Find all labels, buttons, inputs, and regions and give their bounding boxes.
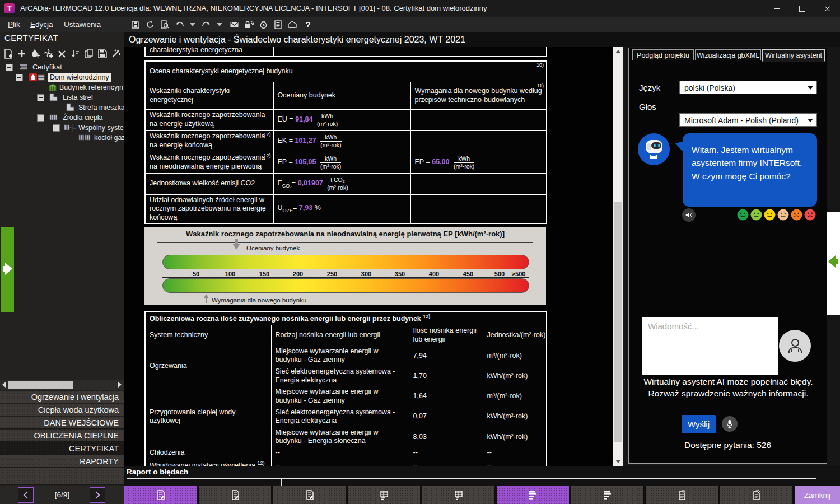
- expand-icon[interactable]: [16, 74, 23, 81]
- redo-icon[interactable]: [200, 19, 212, 30]
- document-report-button-1[interactable]: [646, 486, 719, 504]
- scroll-up-icon[interactable]: [613, 47, 623, 56]
- emoji-unsure-button[interactable]: [777, 209, 789, 221]
- table-report-button-1[interactable]: [348, 486, 421, 504]
- chart-report-button-1[interactable]: [497, 486, 570, 504]
- scrollbar-thumb[interactable]: [8, 381, 73, 389]
- cell-carrier: Miejscowe wytwarzanie energii w budynku …: [271, 346, 409, 366]
- undo-history-icon[interactable]: [187, 19, 198, 30]
- expand-icon[interactable]: [6, 64, 13, 71]
- undo-icon[interactable]: [174, 19, 185, 30]
- tab-wirtualny-asystent[interactable]: Wirtualny asystent: [762, 49, 825, 62]
- report-notes-icon[interactable]: [272, 19, 283, 30]
- cell-carrier: --: [271, 459, 409, 466]
- print-preview-icon[interactable]: [159, 19, 170, 30]
- nav-ciepla-woda[interactable]: Ciepła woda użytkowa: [0, 404, 124, 416]
- language-select[interactable]: polski (Polska): [679, 81, 817, 94]
- emoji-neutral-button[interactable]: [764, 209, 776, 221]
- save-icon[interactable]: [130, 19, 141, 30]
- chevron-down-icon: [808, 86, 813, 90]
- tree-item-wspolny-system[interactable]: Wspólny syste: [0, 123, 124, 133]
- emoji-happy-button[interactable]: [750, 209, 762, 221]
- cell-label: charakterystyka energetyczna: [145, 47, 273, 57]
- scrollbar-thumb[interactable]: [614, 202, 622, 442]
- emoji-angry-button[interactable]: [804, 209, 816, 221]
- divider: [157, 242, 533, 243]
- emoji-unhappy-button[interactable]: [791, 209, 802, 221]
- minimize-icon: [774, 8, 780, 9]
- timer-icon[interactable]: [258, 19, 269, 30]
- home-icon[interactable]: [287, 19, 298, 30]
- document-vertical-scrollbar[interactable]: [613, 47, 623, 466]
- voice-select[interactable]: Microsoft Adam - Polish (Poland): [679, 113, 817, 127]
- help-icon[interactable]: ?: [302, 19, 314, 30]
- chart-report-button-2[interactable]: [571, 486, 645, 504]
- scroll-left-icon[interactable]: [1, 381, 7, 389]
- new-certificate-icon[interactable]: [2, 47, 14, 60]
- next-page-button[interactable]: [90, 487, 105, 503]
- chevron-down-icon: [808, 119, 813, 122]
- tree-item-dom-wielorodzinny[interactable]: Dom wielorodzinny: [0, 72, 124, 82]
- add-element-icon[interactable]: [16, 47, 27, 60]
- expand-right-panel-handle[interactable]: [827, 212, 840, 315]
- tab-wizualizacja-gbxml[interactable]: Wizualizacja gbXML: [695, 49, 761, 60]
- tree-item-certyfikat[interactable]: Certyfikat: [0, 62, 124, 72]
- tree-item-strefa-mieszkalna[interactable]: Strefa mieszkal: [0, 102, 124, 113]
- microphone-button[interactable]: [722, 416, 738, 432]
- bottom-toolbar: Zamknij: [124, 486, 840, 504]
- maximize-button[interactable]: [790, 0, 815, 17]
- report-edit-button-3[interactable]: [273, 486, 347, 504]
- report-edit-button-1[interactable]: [124, 486, 198, 504]
- scroll-right-icon[interactable]: [116, 381, 123, 389]
- expand-icon[interactable]: [37, 94, 44, 101]
- expand-icon[interactable]: [53, 124, 60, 132]
- scale-tick: 350: [395, 270, 405, 277]
- tree-item-lista-stref[interactable]: Lista stref: [0, 92, 124, 102]
- speaker-button[interactable]: [682, 208, 696, 222]
- nav-obliczenia-cieplne[interactable]: OBLICZENIA CIEPLNE: [0, 430, 124, 442]
- expand-left-panel-handle[interactable]: [1, 227, 14, 312]
- table-report-button-2[interactable]: [422, 486, 496, 504]
- nav-certyfikat[interactable]: CERTYFIKAT: [0, 442, 124, 455]
- wizard-icon[interactable]: [110, 47, 122, 60]
- header-cell: Ilość nośnika energii lub energii: [409, 325, 483, 346]
- send-button[interactable]: Wyślij: [682, 415, 716, 433]
- header-cell: Wymagania dla nowego budynku według prze…: [410, 82, 547, 109]
- tree-item-kociol-gazowy[interactable]: kocioł gaz: [0, 133, 124, 143]
- table-row: Wskaźnik rocznego zapotrzebowania na ene…: [145, 109, 547, 130]
- close-report-button[interactable]: Zamknij: [795, 486, 840, 504]
- message-input[interactable]: [642, 317, 778, 375]
- bot-greeting-text: Witam. Jestem wirtualnym asystentem firm…: [692, 145, 802, 181]
- delete-icon[interactable]: [56, 47, 68, 60]
- menu-ustawienia[interactable]: Ustawienia: [60, 17, 104, 32]
- close-button[interactable]: [815, 0, 840, 17]
- nav-raporty[interactable]: RAPORTY: [0, 455, 124, 468]
- cell-carrier: --: [271, 447, 409, 459]
- send-project-icon[interactable]: [228, 19, 240, 30]
- add-heat-source-icon[interactable]: [29, 47, 41, 60]
- scroll-down-icon[interactable]: [613, 457, 623, 466]
- header-cell: Jednostka/(m²·rok): [483, 325, 547, 346]
- minimize-button[interactable]: [764, 0, 790, 17]
- copy-document-icon[interactable]: [83, 47, 95, 60]
- cell-requirement: [410, 130, 547, 152]
- add-ventilation-icon[interactable]: [43, 47, 54, 60]
- save-document-icon[interactable]: [96, 47, 108, 60]
- tab-podglad-projektu[interactable]: Podgląd projektu: [632, 49, 694, 60]
- nav-dane-wejsciowe[interactable]: DANE WEJŚCIOWE: [0, 417, 124, 429]
- license-lock-icon[interactable]: [243, 19, 254, 30]
- document-report-button-2[interactable]: [720, 486, 794, 504]
- nav-ogrzewanie-i-wentylacja[interactable]: Ogrzewanie i wentylacja: [0, 391, 124, 403]
- previous-page-button[interactable]: [18, 487, 34, 503]
- redo-history-icon[interactable]: [214, 19, 225, 30]
- menu-edycja[interactable]: Edycja: [27, 17, 57, 32]
- expand-icon[interactable]: [37, 114, 44, 122]
- tree-item-zrodla-ciepla[interactable]: Źródła ciepła: [0, 113, 124, 123]
- refresh-icon[interactable]: [144, 19, 156, 30]
- tree-item-budynek-referencyjny[interactable]: Budynek referencyjn: [0, 82, 124, 92]
- sort-icon[interactable]: [69, 47, 81, 60]
- sidebar-horizontal-scrollbar[interactable]: [0, 380, 124, 390]
- emoji-very-happy-button[interactable]: [737, 209, 749, 221]
- report-edit-button-2[interactable]: [199, 486, 272, 504]
- menu-plik[interactable]: Plik: [4, 17, 24, 32]
